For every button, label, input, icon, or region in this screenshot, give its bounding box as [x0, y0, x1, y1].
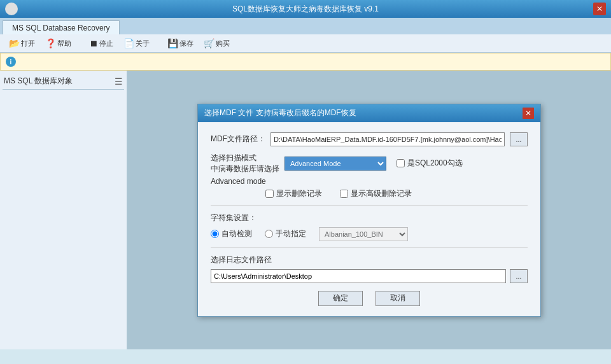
cancel-button[interactable]: 取消 — [376, 291, 420, 306]
log-input-row: ... — [211, 269, 528, 283]
ok-button[interactable]: 确定 — [318, 291, 363, 306]
manual-specify-label: 手动指定 — [276, 228, 306, 239]
window-close-button[interactable]: ✕ — [593, 3, 606, 15]
window-title: SQL数据库恢复大师之病毒数据库恢复 v9.1 — [18, 4, 593, 15]
auto-detect-radio-item: 自动检测 — [211, 228, 252, 239]
log-browse-button[interactable]: ... — [510, 269, 528, 283]
buy-icon: 🛒 — [204, 38, 214, 48]
mode-section: 选择扫描模式 中病毒数据库请选择 Advanced Mode 是SQL2000勾… — [211, 153, 528, 199]
sidebar: MS SQL 数据库对象 ☰ — [0, 71, 127, 349]
sql2000-checkbox[interactable] — [397, 159, 405, 167]
help-icon: ❓ — [45, 38, 56, 48]
mdf-label: MDF文件路径： — [211, 134, 265, 144]
tab-ms-sql-recovery[interactable]: MS SQL Database Recovery — [3, 20, 120, 34]
dialog-body: MDF文件路径： ... 选择扫描模式 中病毒数据库请选择 Advan — [198, 122, 540, 316]
charset-select[interactable]: Albanian_100_BIN — [319, 227, 408, 241]
window-icon — [5, 3, 18, 15]
charset-section: 字符集设置： 自动检测 手动指定 Albanian_100_ — [211, 206, 528, 241]
toolbar-group-right: 💾 保存 🛒 购买 — [164, 37, 234, 50]
log-path-input[interactable] — [211, 269, 506, 283]
mode-label: 选择扫描模式 — [211, 153, 279, 164]
dialog: 选择MDF 文件 支持病毒改后缀名的MDF恢复 ✕ MDF文件路径： ... — [197, 104, 541, 317]
charset-title: 字符集设置： — [211, 213, 528, 223]
buy-button[interactable]: 🛒 购买 — [200, 37, 234, 50]
charset-radio-row: 自动检测 手动指定 Albanian_100_BIN — [211, 227, 528, 241]
manual-specify-radio-item: 手动指定 — [265, 228, 306, 239]
toolbar-group-middle: ⏹ 停止 📄 关于 — [85, 37, 153, 50]
dialog-buttons: 确定 取消 — [211, 291, 528, 306]
tab-bar: MS SQL Database Recovery — [0, 18, 611, 34]
save-icon: 💾 — [167, 38, 178, 48]
toolbar-group-left: 📂 打开 ❓ 帮助 — [5, 37, 75, 50]
manual-specify-radio[interactable] — [265, 230, 273, 238]
sidebar-pin[interactable]: ☰ — [115, 76, 123, 87]
auto-detect-label: 自动检测 — [221, 228, 252, 239]
sql2000-checkbox-row: 是SQL2000勾选 — [397, 158, 463, 169]
dialog-title-bar: 选择MDF 文件 支持病毒改后缀名的MDF恢复 ✕ — [198, 104, 540, 122]
dialog-close-button[interactable]: ✕ — [523, 108, 534, 119]
modal-overlay: 选择MDF 文件 支持病毒改后缀名的MDF恢复 ✕ MDF文件路径： ... — [127, 71, 611, 349]
open-button[interactable]: 📂 打开 — [5, 37, 39, 50]
show-advanced-deleted-label: 显示高级删除记录 — [351, 188, 412, 199]
open-icon: 📂 — [9, 38, 20, 48]
help-button[interactable]: ❓ 帮助 — [41, 37, 75, 50]
content-area: 选择MDF 文件 支持病毒改后缀名的MDF恢复 ✕ MDF文件路径： ... — [127, 71, 611, 349]
main-layout: MS SQL 数据库对象 ☰ 选择MDF 文件 支持病毒改后缀名的MDF恢复 ✕… — [0, 71, 611, 349]
dialog-title: 选择MDF 文件 支持病毒改后缀名的MDF恢复 — [204, 108, 356, 118]
sql2000-label: 是SQL2000勾选 — [407, 158, 463, 169]
mode-select[interactable]: Advanced Mode — [284, 157, 386, 171]
show-deleted-label: 显示删除记录 — [276, 188, 322, 199]
mdf-browse-button[interactable]: ... — [510, 132, 528, 146]
stop-icon: ⏹ — [89, 38, 98, 48]
log-section: 选择日志文件路径 ... — [211, 248, 528, 283]
mdf-path-input[interactable] — [270, 132, 505, 146]
title-bar: SQL数据库恢复大师之病毒数据库恢复 v9.1 ✕ — [0, 0, 611, 18]
mode-sublabel: 中病毒数据库请选择 — [211, 164, 279, 174]
info-bar: i — [0, 53, 611, 71]
about-button[interactable]: 📄 关于 — [120, 37, 153, 50]
save-button[interactable]: 💾 保存 — [164, 37, 197, 50]
mode-row: 选择扫描模式 中病毒数据库请选择 Advanced Mode 是SQL2000勾… — [211, 153, 528, 174]
info-icon: i — [6, 57, 16, 67]
auto-detect-radio[interactable] — [211, 230, 219, 238]
mdf-path-row: MDF文件路径： ... — [211, 132, 528, 146]
toolbar: 📂 打开 ❓ 帮助 ⏹ 停止 📄 关于 💾 — [0, 34, 611, 53]
checkbox-group: 显示删除记录 显示高级删除记录 — [260, 188, 528, 199]
sidebar-title: MS SQL 数据库对象 ☰ — [3, 73, 124, 90]
show-deleted-row: 显示删除记录 — [265, 188, 322, 199]
advanced-mode-label: Advanced mode — [211, 177, 528, 186]
show-deleted-checkbox[interactable] — [265, 190, 274, 198]
stop-button[interactable]: ⏹ 停止 — [85, 37, 117, 50]
log-title: 选择日志文件路径 — [211, 255, 528, 265]
about-icon: 📄 — [123, 38, 134, 48]
show-advanced-deleted-checkbox[interactable] — [340, 190, 348, 198]
show-advanced-deleted-row: 显示高级删除记录 — [340, 188, 412, 199]
